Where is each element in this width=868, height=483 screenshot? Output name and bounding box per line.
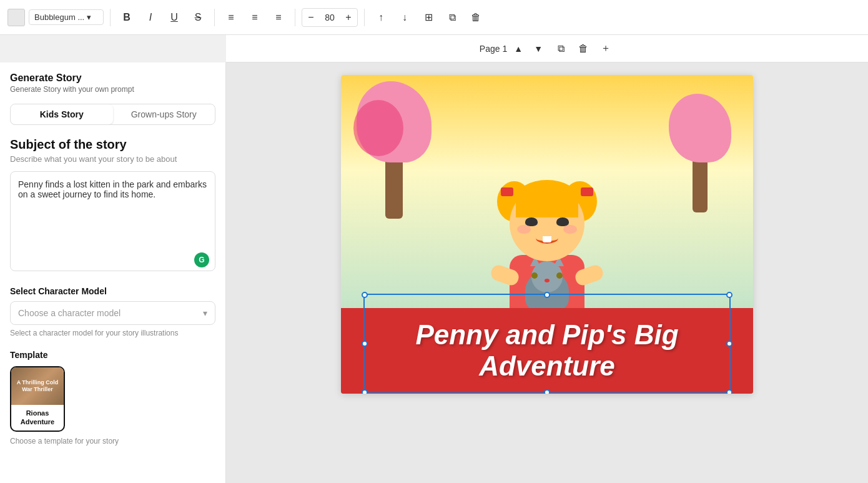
divider-4 bbox=[364, 9, 365, 26]
template-card-name: Rionas Adventure bbox=[11, 405, 64, 431]
app-title: Generate Story bbox=[10, 72, 215, 84]
tree-right bbox=[666, 94, 734, 212]
font-size-value: 80 bbox=[320, 12, 340, 22]
copy-button[interactable]: ⧉ bbox=[442, 7, 462, 27]
bold-button[interactable]: B bbox=[117, 7, 137, 27]
template-grid: A Thrilling Cold War Thriller Rionas Adv… bbox=[10, 366, 215, 432]
app-header: Generate Story Generate Story with your … bbox=[10, 72, 215, 104]
story-subject-wrapper: G bbox=[10, 171, 215, 274]
character-model-chevron: ▾ bbox=[203, 308, 207, 318]
template-section-title: Template bbox=[10, 350, 215, 360]
underline-button[interactable]: U bbox=[164, 7, 184, 27]
align-left-button[interactable]: ≡ bbox=[221, 7, 241, 27]
cat bbox=[525, 261, 569, 311]
story-image[interactable]: Penny and Pip's Big Adventure bbox=[341, 75, 753, 394]
divider-3 bbox=[295, 9, 295, 26]
story-type-tabs: Kids Story Grown-ups Story bbox=[10, 104, 215, 125]
delete-button[interactable]: 🗑 bbox=[466, 7, 486, 27]
page-number-text: Page 1 bbox=[480, 44, 507, 54]
app-subtitle: Generate Story with your own prompt bbox=[10, 85, 215, 94]
main-layout: Generate Story Generate Story with your … bbox=[0, 62, 868, 483]
page-nav-down[interactable]: ▼ bbox=[530, 40, 547, 57]
strikethrough-button[interactable]: S bbox=[188, 7, 208, 27]
story-title-text: Penny and Pip's Big Adventure bbox=[356, 319, 738, 382]
head bbox=[510, 186, 584, 261]
character-model-dropdown[interactable]: Choose a character model ▾ bbox=[10, 301, 215, 325]
page-nav-bar: Page 1 ▲ ▼ ⧉ 🗑 ＋ bbox=[226, 35, 868, 62]
italic-button[interactable]: I bbox=[141, 7, 160, 27]
cheek-left bbox=[517, 225, 531, 234]
ribbon-left bbox=[501, 187, 513, 196]
character-model-label: Select Character Model bbox=[10, 286, 215, 296]
cat-eye-left bbox=[531, 272, 538, 279]
grid-button[interactable]: ⊞ bbox=[418, 7, 438, 27]
color-picker[interactable] bbox=[7, 9, 25, 26]
page-label: Page 1 ▲ ▼ bbox=[480, 40, 547, 57]
size-decrease-button[interactable]: − bbox=[302, 9, 320, 26]
tab-kids-story[interactable]: Kids Story bbox=[11, 104, 113, 124]
template-thumb-text: A Thrilling Cold War Thriller bbox=[14, 379, 61, 393]
story-canvas: Penny and Pip's Big Adventure bbox=[341, 75, 753, 394]
story-subject-input[interactable] bbox=[10, 171, 215, 271]
align-center-button[interactable]: ≡ bbox=[245, 7, 265, 27]
align-right-button[interactable]: ≡ bbox=[269, 7, 289, 27]
grammarly-icon[interactable]: G bbox=[194, 252, 209, 267]
canvas-area[interactable]: Penny and Pip's Big Adventure bbox=[226, 62, 868, 483]
story-title-banner[interactable]: Penny and Pip's Big Adventure bbox=[341, 308, 753, 394]
character-model-placeholder: Choose a character model bbox=[18, 308, 121, 318]
template-thumb: A Thrilling Cold War Thriller bbox=[11, 367, 64, 405]
page-copy-button[interactable]: ⧉ bbox=[552, 40, 570, 57]
cheek-right bbox=[563, 225, 577, 234]
tooth bbox=[543, 236, 551, 242]
page-nav-up[interactable]: ▲ bbox=[510, 40, 527, 57]
arrow-down-button[interactable]: ↓ bbox=[395, 7, 415, 27]
font-size-control: − 80 + bbox=[302, 8, 358, 27]
page-delete-button[interactable]: 🗑 bbox=[575, 40, 592, 57]
size-increase-button[interactable]: + bbox=[340, 9, 357, 26]
tab-grownups-story[interactable]: Grown-ups Story bbox=[113, 104, 215, 124]
toolbar: Bubblegum ... ▾ B I U S ≡ ≡ ≡ − 80 + ↑ ↓… bbox=[0, 0, 868, 35]
grammarly-label: G bbox=[199, 256, 204, 264]
template-thumb-inner: A Thrilling Cold War Thriller bbox=[11, 367, 64, 405]
character-model-hint: Select a character model for your story … bbox=[10, 329, 215, 337]
divider-1 bbox=[110, 9, 111, 26]
subject-title: Subject of the story bbox=[10, 137, 215, 152]
font-name-label: Bubblegum ... bbox=[34, 12, 84, 22]
subject-subtitle: Describe what you want your story to be … bbox=[10, 154, 215, 164]
ribbon-right bbox=[581, 187, 593, 196]
cat-nose bbox=[545, 279, 550, 282]
template-hint: Choose a template for your story bbox=[10, 437, 215, 446]
divider-2 bbox=[214, 9, 215, 26]
template-card-rionas[interactable]: A Thrilling Cold War Thriller Rionas Adv… bbox=[10, 366, 65, 432]
sidebar: Generate Story Generate Story with your … bbox=[0, 62, 226, 483]
page-add-button[interactable]: ＋ bbox=[597, 40, 614, 57]
arrow-up-button[interactable]: ↑ bbox=[371, 7, 391, 27]
tree-canopy-left-2 bbox=[353, 100, 403, 156]
hair-top bbox=[516, 180, 578, 217]
cat-eye-right bbox=[556, 272, 563, 279]
font-dropdown[interactable]: Bubblegum ... ▾ bbox=[29, 9, 104, 25]
font-dropdown-chevron: ▾ bbox=[87, 12, 91, 22]
tree-left bbox=[353, 81, 435, 219]
tree-canopy-right bbox=[669, 94, 731, 162]
